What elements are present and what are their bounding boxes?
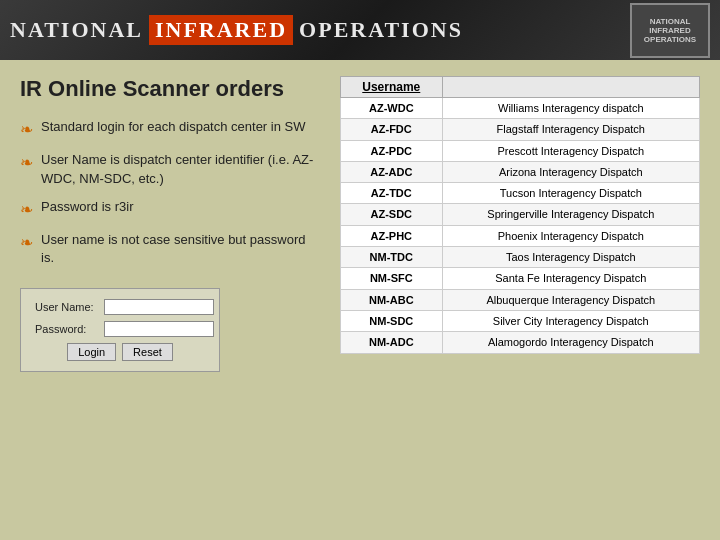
table-row: AZ-FDCFlagstaff Interagency Dispatch bbox=[341, 119, 700, 140]
password-input[interactable] bbox=[104, 321, 214, 337]
dispatch-table: Username AZ-WDCWilliams Interagency disp… bbox=[340, 76, 700, 354]
table-cell-dispatch: Flagstaff Interagency Dispatch bbox=[442, 119, 699, 140]
table-row: AZ-PHCPhoenix Interagency Dispatch bbox=[341, 225, 700, 246]
table-row: NM-SDCSilver City Interagency Dispatch bbox=[341, 310, 700, 331]
username-row: User Name: bbox=[35, 299, 205, 315]
username-input[interactable] bbox=[104, 299, 214, 315]
table-cell-username: NM-SFC bbox=[341, 268, 443, 289]
login-box: User Name: Password: Login Reset bbox=[20, 288, 220, 372]
table-cell-dispatch: Silver City Interagency Dispatch bbox=[442, 310, 699, 331]
table-cell-dispatch: Williams Interagency dispatch bbox=[442, 98, 699, 119]
table-cell-username: NM-ABC bbox=[341, 289, 443, 310]
table-cell-dispatch: Springerville Interagency Dispatch bbox=[442, 204, 699, 225]
table-cell-username: NM-SDC bbox=[341, 310, 443, 331]
table-cell-username: AZ-PHC bbox=[341, 225, 443, 246]
table-row: NM-ABCAlbuquerque Interagency Dispatch bbox=[341, 289, 700, 310]
table-header-dispatch bbox=[442, 77, 699, 98]
table-cell-dispatch: Arizona Interagency Dispatch bbox=[442, 161, 699, 182]
header-logo: National Infrared Operations bbox=[10, 15, 463, 45]
table-cell-username: AZ-WDC bbox=[341, 98, 443, 119]
header: National Infrared Operations NATIONALINF… bbox=[0, 0, 720, 60]
table-cell-dispatch: Albuquerque Interagency Dispatch bbox=[442, 289, 699, 310]
left-panel: IR Online Scanner orders ❧ Standard logi… bbox=[20, 76, 320, 524]
bullet-icon-2: ❧ bbox=[20, 152, 33, 174]
table-cell-dispatch: Alamogordo Interagency Dispatch bbox=[442, 332, 699, 353]
table-cell-dispatch: Santa Fe Interagency Dispatch bbox=[442, 268, 699, 289]
table-header-username: Username bbox=[341, 77, 443, 98]
table-cell-dispatch: Phoenix Interagency Dispatch bbox=[442, 225, 699, 246]
table-row: AZ-PDCPrescott Interagency Dispatch bbox=[341, 140, 700, 161]
login-button[interactable]: Login bbox=[67, 343, 116, 361]
table-cell-dispatch: Taos Interagency Dispatch bbox=[442, 247, 699, 268]
bullet-item-4: ❧ User name is not case sensitive but pa… bbox=[20, 231, 320, 267]
reset-button[interactable]: Reset bbox=[122, 343, 173, 361]
table-row: AZ-TDCTucson Interagency Dispatch bbox=[341, 183, 700, 204]
header-infrared: Infrared bbox=[149, 15, 293, 45]
bullet-text-1: Standard login for each dispatch center … bbox=[41, 118, 305, 136]
table-cell-username: AZ-FDC bbox=[341, 119, 443, 140]
table-cell-dispatch: Prescott Interagency Dispatch bbox=[442, 140, 699, 161]
header-logo-text: NATIONALINFRAREDOPERATIONS bbox=[644, 17, 696, 44]
table-row: NM-SFCSanta Fe Interagency Dispatch bbox=[341, 268, 700, 289]
bullet-icon-1: ❧ bbox=[20, 119, 33, 141]
page-title: IR Online Scanner orders bbox=[20, 76, 320, 102]
bullet-text-3: Password is r3ir bbox=[41, 198, 133, 216]
table-cell-dispatch: Tucson Interagency Dispatch bbox=[442, 183, 699, 204]
table-row: AZ-WDCWilliams Interagency dispatch bbox=[341, 98, 700, 119]
table-cell-username: NM-TDC bbox=[341, 247, 443, 268]
table-cell-username: NM-ADC bbox=[341, 332, 443, 353]
main-content: IR Online Scanner orders ❧ Standard logi… bbox=[0, 60, 720, 540]
table-row: NM-TDCTaos Interagency Dispatch bbox=[341, 247, 700, 268]
username-label: User Name: bbox=[35, 301, 100, 313]
header-national: National bbox=[10, 17, 143, 43]
table-cell-username: AZ-SDC bbox=[341, 204, 443, 225]
bullet-list: ❧ Standard login for each dispatch cente… bbox=[20, 118, 320, 268]
table-cell-username: AZ-TDC bbox=[341, 183, 443, 204]
table-row: NM-ADCAlamogordo Interagency Dispatch bbox=[341, 332, 700, 353]
table-cell-username: AZ-ADC bbox=[341, 161, 443, 182]
bullet-icon-4: ❧ bbox=[20, 232, 33, 254]
login-buttons: Login Reset bbox=[35, 343, 205, 361]
table-row: AZ-ADCArizona Interagency Dispatch bbox=[341, 161, 700, 182]
password-row: Password: bbox=[35, 321, 205, 337]
bullet-item-2: ❧ User Name is dispatch center identifie… bbox=[20, 151, 320, 187]
right-panel: Username AZ-WDCWilliams Interagency disp… bbox=[340, 76, 700, 524]
bullet-text-2: User Name is dispatch center identifier … bbox=[41, 151, 320, 187]
bullet-item-1: ❧ Standard login for each dispatch cente… bbox=[20, 118, 320, 141]
password-label: Password: bbox=[35, 323, 100, 335]
table-cell-username: AZ-PDC bbox=[341, 140, 443, 161]
bullet-icon-3: ❧ bbox=[20, 199, 33, 221]
bullet-text-4: User name is not case sensitive but pass… bbox=[41, 231, 320, 267]
table-row: AZ-SDCSpringerville Interagency Dispatch bbox=[341, 204, 700, 225]
header-logo-badge: NATIONALINFRAREDOPERATIONS bbox=[630, 3, 710, 58]
bullet-item-3: ❧ Password is r3ir bbox=[20, 198, 320, 221]
header-operations: Operations bbox=[299, 17, 463, 43]
